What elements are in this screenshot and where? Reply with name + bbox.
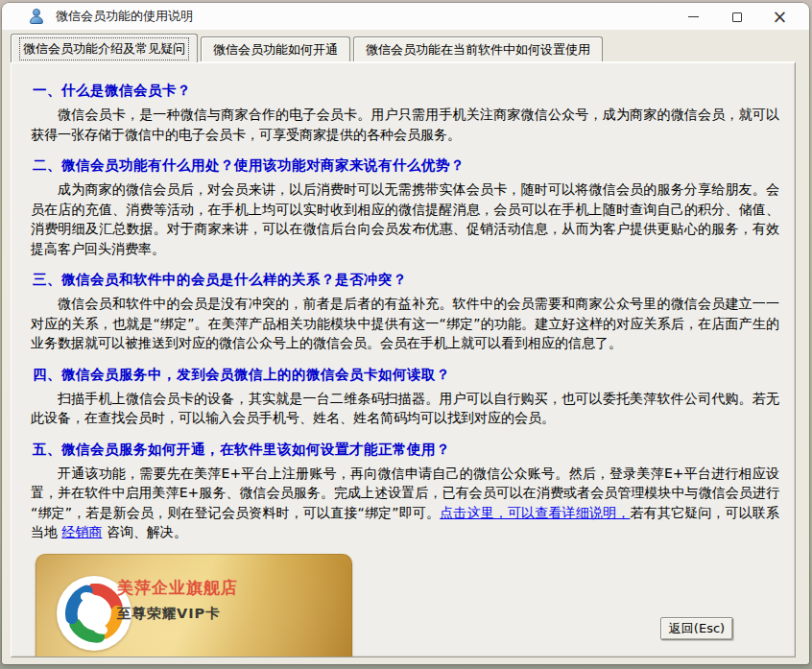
- section-heading: 三、微信会员和软件中的会员是什么样的关系？是否冲突？: [33, 271, 779, 289]
- section-3: 三、微信会员和软件中的会员是什么样的关系？是否冲突？ 微信会员和软件中的会员是没…: [31, 271, 779, 353]
- meiping-logo-swirl: [64, 584, 124, 643]
- tab-strip: 微信会员功能介绍及常见疑问 微信会员功能如何开通 微信会员功能在当前软件中如何设…: [11, 34, 796, 61]
- window-controls: ×: [672, 3, 801, 31]
- tab-label: 微信会员功能在当前软件中如何设置使用: [363, 39, 593, 60]
- section-4: 四、微信会员服务中，发到会员微信上的的微信会员卡如何读取？ 扫描手机上微信会员卡…: [31, 366, 779, 428]
- section-5: 五、微信会员服务如何开通，在软件里该如何设置才能正常使用？ 开通该功能，需要先在…: [31, 441, 779, 542]
- section-body-text: 咨询、解决。: [102, 524, 186, 539]
- section-body: 微信会员卡，是一种微信与商家合作的电子会员卡。用户只需用手机关注商家微信公众号，…: [31, 105, 779, 144]
- section-2: 二、微信会员功能有什么用处？使用该功能对商家来说有什么优势？ 成为商家的微信会员…: [31, 156, 779, 258]
- section-body: 扫描手机上微信会员卡的设备，其实就是一台二维条码扫描器。用户可以自行购买，也可以…: [31, 389, 779, 428]
- tab-page-content: 一、什么是微信会员卡？ 微信会员卡，是一种微信与商家合作的电子会员卡。用户只需用…: [11, 61, 796, 657]
- window-title: 微信会员功能的使用说明: [56, 8, 193, 25]
- minimize-icon: [688, 16, 699, 17]
- section-body: 微信会员和软件中的会员是没有冲突的，前者是后者的有益补充。软件中的会员需要和商家…: [31, 294, 779, 353]
- close-icon: ×: [773, 8, 788, 26]
- close-button[interactable]: ×: [758, 3, 801, 31]
- card-shop-name: 美萍企业旗舰店: [117, 577, 238, 599]
- section-body: 成为商家的微信会员后，对会员来讲，以后消费时可以无需携带实体会员卡，随时可以将微…: [31, 179, 779, 258]
- tab-label: 微信会员功能介绍及常见疑问: [20, 38, 188, 60]
- user-icon: [29, 9, 44, 24]
- section-heading: 二、微信会员功能有什么用处？使用该功能对商家来说有什么优势？: [33, 156, 779, 175]
- section-heading: 五、微信会员服务如何开通，在软件里该如何设置才能正常使用？: [33, 441, 779, 459]
- section-body: 开通该功能，需要先在美萍E+平台上注册账号，再向微信申请自己的微信公众账号。然后…: [31, 464, 779, 542]
- tab-label: 微信会员功能如何开通: [210, 39, 341, 60]
- wechat-member-card-image: 美萍企业旗舰店 至尊荣耀VIP卡 13388888888: [36, 554, 352, 658]
- title-bar: 微信会员功能的使用说明 ×: [2, 3, 809, 31]
- section-1: 一、什么是微信会员卡？ 微信会员卡，是一种微信与商家合作的电子会员卡。用户只需用…: [31, 82, 779, 144]
- card-vip-label: 至尊荣耀VIP卡: [117, 605, 221, 623]
- maximize-icon: [732, 12, 742, 22]
- minimize-button[interactable]: [672, 3, 715, 31]
- section-heading: 四、微信会员服务中，发到会员微信上的的微信会员卡如何读取？: [33, 366, 779, 384]
- tab-how-to-activate[interactable]: 微信会员功能如何开通: [201, 36, 350, 61]
- section-heading: 一、什么是微信会员卡？: [33, 82, 779, 100]
- dealer-link[interactable]: 经销商: [61, 524, 102, 539]
- maximize-button[interactable]: [715, 3, 758, 31]
- tab-software-setup[interactable]: 微信会员功能在当前软件中如何设置使用: [353, 36, 603, 61]
- dialog-window: 微信会员功能的使用说明 × 微信会员功能介绍及常见疑问 微信会员功能如何开通 微…: [2, 3, 809, 664]
- return-button[interactable]: 返回(Esc): [660, 617, 733, 640]
- detail-instructions-link[interactable]: 点击这里，可以查看详细说明，: [440, 505, 630, 520]
- tab-intro-faq[interactable]: 微信会员功能介绍及常见疑问: [11, 34, 198, 62]
